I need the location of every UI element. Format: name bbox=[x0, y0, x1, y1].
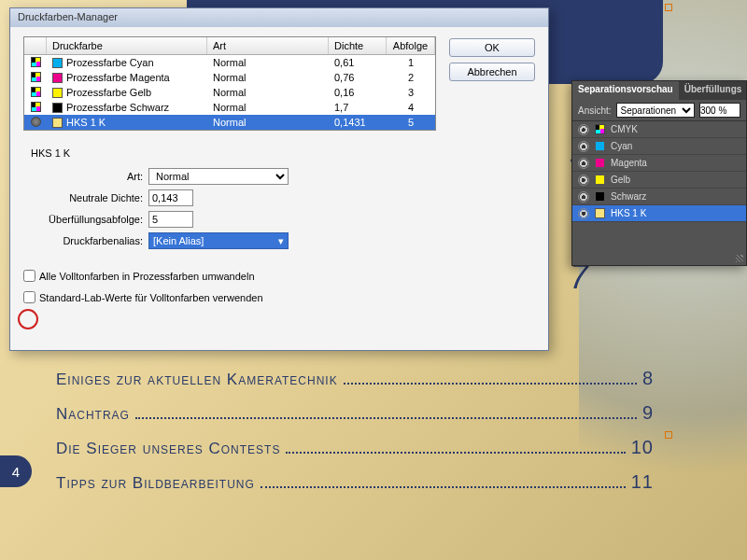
visibility-eye-icon[interactable] bbox=[578, 158, 589, 169]
ink-art: Normal bbox=[207, 56, 329, 69]
separation-name: Gelb bbox=[611, 175, 630, 185]
visibility-eye-icon[interactable] bbox=[578, 208, 589, 219]
use-lab-checkbox[interactable] bbox=[23, 291, 35, 303]
column-icon bbox=[24, 37, 47, 54]
ink-density: 0,1431 bbox=[329, 116, 387, 129]
ink-art: Normal bbox=[207, 71, 329, 84]
ink-swatch bbox=[595, 191, 605, 202]
toc-line: Die Sieger unseres Contests10 bbox=[56, 437, 654, 458]
ink-name: Prozessfarbe Schwarz bbox=[66, 102, 169, 113]
ink-row[interactable]: Prozessfarbe MagentaNormal0,762 bbox=[24, 70, 435, 85]
process-ink-icon bbox=[31, 102, 41, 112]
ink-row[interactable]: Prozessfarbe CyanNormal0,611 bbox=[24, 55, 435, 70]
use-lab-label: Standard-Lab-Werte für Volltonfarben ver… bbox=[39, 292, 263, 303]
toc-line: Nachtrag9 bbox=[56, 402, 654, 424]
ink-swatch bbox=[52, 73, 63, 83]
dialog-title[interactable]: Druckfarben-Manager bbox=[10, 8, 548, 27]
ink-seq: 1 bbox=[387, 56, 435, 69]
table-header: Druckfarbe Art Dichte Abfolge bbox=[24, 37, 435, 55]
panel-tabs: Separationsvorschau Überfüllungs Redu bbox=[572, 81, 746, 100]
ink-density: 0,76 bbox=[329, 71, 387, 84]
separation-name: HKS 1 K bbox=[611, 208, 646, 218]
separation-item[interactable]: Gelb bbox=[572, 172, 746, 189]
crop-mark bbox=[665, 4, 672, 11]
page-number-badge: 4 bbox=[0, 455, 32, 487]
crop-mark bbox=[665, 431, 672, 439]
ink-swatch bbox=[52, 88, 63, 98]
visibility-eye-icon[interactable] bbox=[578, 141, 589, 152]
alias-select[interactable]: [Kein Alias]▾ bbox=[148, 232, 289, 249]
ink-row[interactable]: HKS 1 KNormal0,14315 bbox=[24, 115, 435, 130]
ink-table[interactable]: Druckfarbe Art Dichte Abfolge Prozessfar… bbox=[23, 36, 436, 131]
density-input[interactable] bbox=[148, 189, 193, 206]
ink-swatch bbox=[595, 141, 605, 151]
tab-separations-preview[interactable]: Separationsvorschau bbox=[572, 81, 679, 100]
ink-name: Prozessfarbe Cyan bbox=[66, 57, 154, 68]
separation-name: Schwarz bbox=[611, 191, 646, 202]
ink-density: 0,61 bbox=[329, 56, 387, 69]
separation-name: CMYK bbox=[611, 124, 638, 134]
toc: Einiges zur aktuellen Kameratechnik8 Nac… bbox=[56, 355, 654, 506]
art-label: Art: bbox=[23, 171, 143, 182]
ink-row[interactable]: Prozessfarbe GelbNormal0,163 bbox=[24, 85, 435, 100]
separation-name: Cyan bbox=[611, 141, 632, 151]
ink-name: HKS 1 K bbox=[66, 117, 106, 128]
ink-seq: 5 bbox=[387, 116, 435, 129]
process-ink-icon bbox=[31, 87, 41, 97]
separations-panel[interactable]: Separationsvorschau Überfüllungs Redu An… bbox=[571, 80, 747, 266]
annotation-circle bbox=[18, 309, 38, 329]
ink-name: Prozessfarbe Gelb bbox=[66, 87, 151, 98]
zoom-input[interactable] bbox=[699, 103, 740, 118]
ink-seq: 4 bbox=[387, 101, 435, 114]
ink-row[interactable]: Prozessfarbe SchwarzNormal1,74 bbox=[24, 100, 435, 115]
ink-seq: 3 bbox=[387, 86, 435, 99]
detail-title: HKS 1 K bbox=[31, 147, 359, 159]
visibility-eye-icon[interactable] bbox=[578, 124, 589, 135]
spot-ink-icon bbox=[31, 117, 41, 127]
visibility-eye-icon[interactable] bbox=[578, 175, 589, 186]
ink-art: Normal bbox=[207, 101, 329, 114]
view-label: Ansicht: bbox=[578, 105, 612, 116]
tab-trap[interactable]: Überfüllungs bbox=[679, 81, 747, 100]
ink-swatch bbox=[52, 118, 63, 128]
alias-label: Druckfarbenalias: bbox=[23, 235, 143, 246]
ink-seq: 2 bbox=[387, 71, 435, 84]
density-label: Neutrale Dichte: bbox=[23, 192, 143, 203]
cmyk-icon bbox=[595, 124, 605, 134]
ink-swatch bbox=[595, 175, 605, 185]
ok-button[interactable]: OK bbox=[449, 38, 535, 57]
convert-spot-checkbox[interactable] bbox=[23, 270, 35, 282]
separation-item[interactable]: HKS 1 K bbox=[572, 205, 746, 222]
separation-item[interactable]: Schwarz bbox=[572, 189, 746, 205]
convert-spot-label: Alle Volltonfarben in Prozessfarben umwa… bbox=[39, 271, 255, 282]
ink-swatch bbox=[595, 208, 605, 218]
ink-density: 1,7 bbox=[329, 101, 387, 114]
ink-density: 0,16 bbox=[329, 86, 387, 99]
ink-swatch bbox=[52, 58, 63, 68]
view-select[interactable]: Separationen bbox=[616, 103, 695, 118]
separation-item[interactable]: Cyan bbox=[572, 138, 746, 155]
ink-swatch bbox=[52, 103, 63, 113]
chevron-down-icon: ▾ bbox=[278, 235, 284, 247]
separation-name: Magenta bbox=[611, 158, 647, 168]
ink-detail-group: HKS 1 K Art: Normal Neutrale Dichte: Übe… bbox=[23, 147, 359, 249]
ink-manager-dialog: Druckfarben-Manager Druckfarbe Art Dicht… bbox=[9, 7, 549, 351]
resize-grip-icon[interactable] bbox=[736, 255, 743, 262]
seq-input[interactable] bbox=[148, 211, 193, 228]
visibility-eye-icon[interactable] bbox=[578, 191, 589, 203]
ink-name: Prozessfarbe Magenta bbox=[66, 72, 170, 83]
separation-list: CMYKCyanMagentaGelbSchwarzHKS 1 K bbox=[572, 120, 746, 222]
process-ink-icon bbox=[31, 57, 41, 67]
process-ink-icon bbox=[31, 72, 41, 82]
ink-swatch bbox=[595, 158, 605, 168]
seq-label: Überfüllungsabfolge: bbox=[23, 214, 143, 225]
toc-line: Einiges zur aktuellen Kameratechnik8 bbox=[56, 368, 654, 389]
cancel-button[interactable]: Abbrechen bbox=[449, 63, 535, 81]
toc-line: Tipps zur Bildbearbeitung11 bbox=[56, 471, 654, 493]
separation-item[interactable]: Magenta bbox=[572, 155, 746, 172]
art-select[interactable]: Normal bbox=[148, 168, 289, 185]
ink-art: Normal bbox=[207, 86, 329, 99]
ink-art: Normal bbox=[207, 116, 329, 129]
separation-item[interactable]: CMYK bbox=[572, 121, 746, 138]
